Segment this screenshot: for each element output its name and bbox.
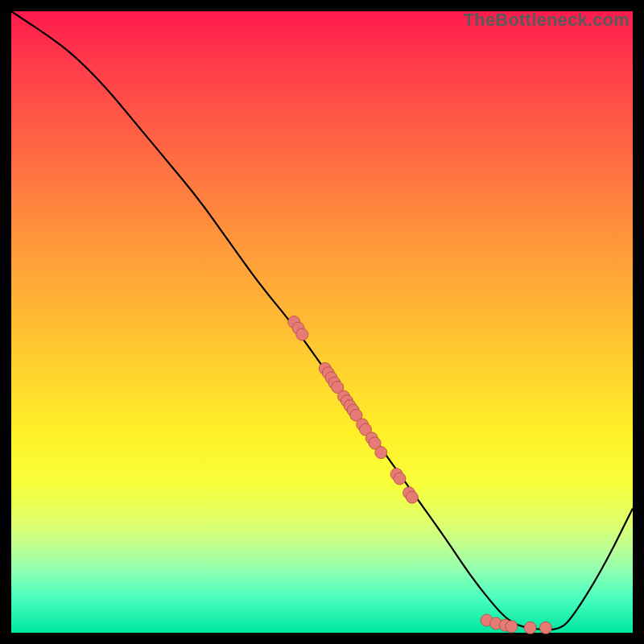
scatter-dot [394, 473, 406, 485]
scatter-dot [506, 621, 518, 633]
attribution-text: TheBottleneck.com [464, 10, 630, 31]
curve-path [11, 11, 633, 630]
chart-svg [11, 11, 633, 633]
scatter-dot [524, 621, 536, 634]
chart-frame: TheBottleneck.com [11, 11, 633, 633]
scatter-dot [296, 328, 308, 341]
scatter-dot [375, 447, 387, 459]
scatter-dot [539, 621, 551, 634]
scatter-dot [406, 491, 418, 503]
scatter-dots [288, 316, 552, 634]
